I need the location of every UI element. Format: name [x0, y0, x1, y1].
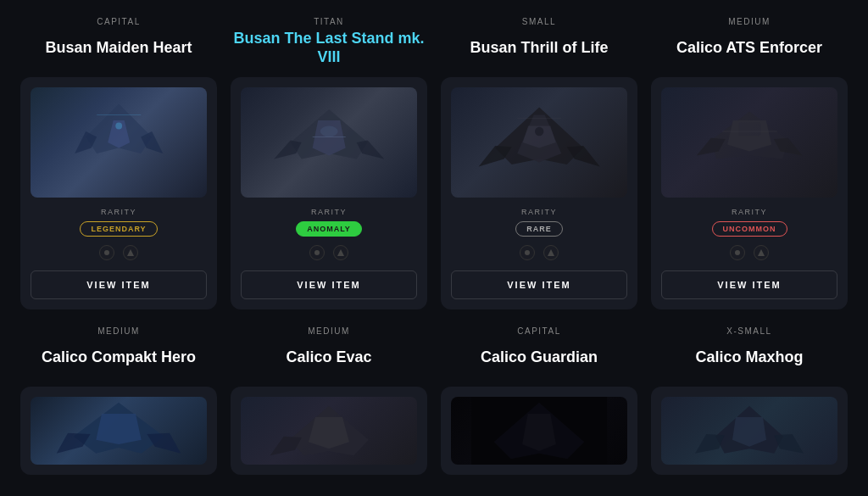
ship-card-3: RARITY RARE VIEW ITEM: [441, 77, 637, 309]
ship-name-6: Calico Evac: [286, 339, 371, 376]
ship-svg-7: [451, 397, 627, 465]
icon-row-1: [99, 245, 138, 260]
ship-image-2: [241, 87, 417, 198]
svg-point-1: [115, 123, 122, 130]
rarity-label-4: RARITY: [732, 208, 767, 216]
rarity-badge-1: LEGENDARY: [80, 221, 157, 237]
ship-column-6: MEDIUM Calico Evac: [231, 326, 427, 475]
ship-svg-2: [259, 98, 399, 187]
ship-card-6: [231, 387, 427, 475]
ship-column-2: TITAN Busan The Last Stand mk. VIII RARI…: [231, 17, 427, 309]
icon-row-3: [520, 245, 559, 260]
view-item-btn-4[interactable]: VIEW ITEM: [661, 270, 837, 299]
size-label-2: TITAN: [314, 17, 344, 26]
svg-point-7: [535, 127, 543, 136]
ship-svg-1: [48, 98, 189, 187]
ship-grid: CAPITAL Busan Maiden Heart RARITY LEGEND…: [20, 17, 848, 475]
size-label-7: CAPITAL: [517, 326, 560, 336]
ship-image-3: [451, 87, 627, 198]
ship-column-1: CAPITAL Busan Maiden Heart RARITY LEGEND…: [20, 17, 217, 309]
icon-dot-4a: [730, 245, 745, 260]
ship-svg-3: [469, 98, 609, 187]
ship-name-4: Calico ATS Enforcer: [676, 30, 822, 67]
icon-dot-2b: [333, 245, 348, 260]
ship-card-4: RARITY UNCOMMON VIEW ITEM: [651, 77, 848, 309]
view-item-btn-3[interactable]: VIEW ITEM: [451, 270, 627, 299]
svg-point-5: [314, 250, 320, 255]
svg-marker-12: [758, 249, 765, 256]
icon-dot-2a: [309, 245, 325, 260]
main-content[interactable]: CAPITAL Busan Maiden Heart RARITY LEGEND…: [0, 0, 868, 496]
view-item-btn-1[interactable]: VIEW ITEM: [31, 270, 207, 299]
ship-image-6: [241, 397, 417, 465]
ship-image-1: [31, 87, 207, 198]
svg-marker-3: [127, 249, 134, 256]
ship-image-4: [661, 87, 837, 198]
ship-svg-6: [241, 397, 417, 465]
rarity-badge-2: Anomaly: [296, 221, 362, 237]
svg-point-11: [735, 250, 740, 255]
rarity-label-2: RARITY: [311, 208, 347, 216]
ship-column-7: CAPITAL Calico Guardian: [441, 326, 637, 475]
ship-card-5: [20, 387, 217, 475]
ship-svg-5: [31, 397, 207, 465]
ship-card-7: [441, 387, 637, 475]
icon-dot-3b: [543, 245, 559, 260]
svg-point-2: [104, 250, 109, 255]
svg-marker-9: [548, 249, 554, 256]
svg-rect-10: [738, 123, 760, 137]
ship-card-8: [651, 387, 848, 475]
icon-dot-3a: [520, 245, 535, 260]
ship-card-1: RARITY LEGENDARY VIEW ITEM: [20, 77, 217, 309]
svg-marker-6: [337, 249, 344, 256]
ship-svg-8: [661, 397, 837, 465]
size-label-5: MEDIUM: [97, 326, 140, 336]
rarity-badge-4: UNCOMMON: [712, 221, 787, 237]
rarity-label-3: RARITY: [521, 208, 557, 216]
ship-name-2: Busan The Last Stand mk. VIII: [231, 30, 427, 67]
size-label-6: MEDIUM: [308, 326, 350, 336]
ship-card-2: RARITY Anomaly VIEW ITEM: [231, 77, 427, 309]
size-label-8: X-SMALL: [726, 326, 771, 336]
ship-image-8: [661, 397, 837, 465]
size-label-3: SMALL: [522, 17, 556, 26]
ship-name-8: Calico Maxhog: [695, 339, 803, 376]
ship-name-7: Calico Guardian: [481, 339, 598, 376]
ship-name-5: Calico Compakt Hero: [42, 339, 196, 376]
ship-name-3: Busan Thrill of Life: [470, 30, 608, 67]
ship-column-5: MEDIUM Calico Compakt Hero: [20, 326, 217, 475]
rarity-badge-3: RARE: [515, 221, 563, 237]
ship-name-1: Busan Maiden Heart: [45, 30, 192, 67]
icon-dot-4b: [754, 245, 769, 260]
size-label-1: CAPITAL: [97, 17, 140, 26]
ship-image-5: [31, 397, 207, 465]
ship-column-8: X-SMALL Calico Maxhog: [651, 326, 848, 475]
ship-image-7: [451, 397, 627, 465]
size-label-4: MEDIUM: [728, 17, 771, 26]
rarity-label-1: RARITY: [101, 208, 136, 216]
icon-row-4: [730, 245, 769, 260]
view-item-btn-2[interactable]: VIEW ITEM: [241, 270, 417, 299]
svg-point-8: [525, 250, 530, 255]
ship-svg-4: [679, 98, 820, 187]
ship-column-4: MEDIUM Calico ATS Enforcer RARITY UNCOMM…: [651, 17, 848, 309]
icon-dot-1a: [99, 245, 114, 260]
ship-column-3: SMALL Busan Thrill of Life RARITY RARE: [441, 17, 637, 309]
svg-point-4: [320, 126, 338, 137]
icon-row-2: [309, 245, 348, 260]
icon-dot-1b: [123, 245, 138, 260]
